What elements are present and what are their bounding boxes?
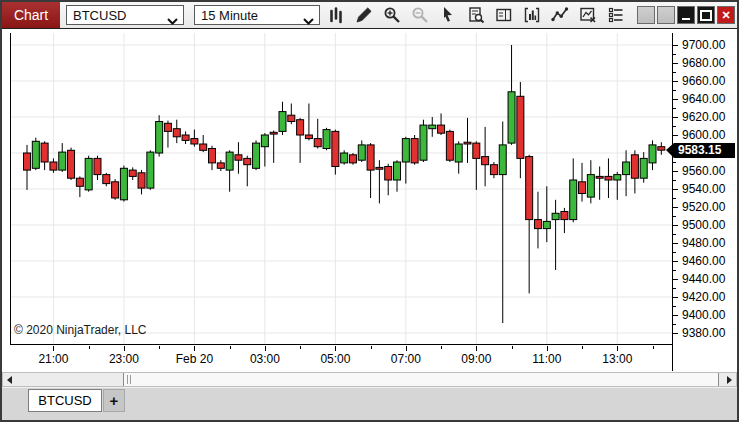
candle <box>138 170 145 194</box>
instrument-value: BTCUSD <box>73 8 126 23</box>
candle <box>517 82 524 178</box>
candle <box>279 102 286 135</box>
last-price-arrow-icon <box>666 143 674 158</box>
time-tick <box>406 346 407 351</box>
candle <box>552 200 559 270</box>
time-minor-tick <box>582 346 583 349</box>
candlestick-plot[interactable] <box>10 33 672 345</box>
chart-style-icon[interactable] <box>324 4 348 26</box>
zoom-in-icon[interactable] <box>380 4 404 26</box>
candle <box>394 160 401 192</box>
candle <box>288 104 295 125</box>
restore-icon <box>700 10 712 21</box>
time-axis[interactable]: 21:0023:00Feb 2003:0005:0007:0009:0011:0… <box>10 346 672 371</box>
close-button[interactable]: ✕ <box>717 6 735 24</box>
price-tick <box>673 171 678 172</box>
minimize-button[interactable] <box>677 6 695 24</box>
copyright-text: © 2020 NinjaTrader, LLC <box>14 323 146 337</box>
candle <box>323 128 330 151</box>
candle <box>129 167 136 180</box>
time-minor-tick <box>653 346 654 349</box>
add-tab-button[interactable]: + <box>103 389 125 412</box>
candle <box>473 141 480 190</box>
price-tick <box>673 225 678 226</box>
chart-trader-icon[interactable] <box>576 4 600 26</box>
panel-icon[interactable] <box>492 4 516 26</box>
tab-bar: BTCUSD + <box>2 388 737 420</box>
price-minor-tick <box>673 288 676 289</box>
time-tick <box>617 346 618 351</box>
scroll-left-arrow-icon[interactable] <box>3 373 16 386</box>
price-minor-tick <box>673 126 676 127</box>
time-axis-label: 11:00 <box>532 352 561 366</box>
data-box-icon[interactable] <box>464 4 488 26</box>
price-tick <box>673 117 678 118</box>
price-minor-tick <box>673 216 676 217</box>
time-axis-label: 03:00 <box>250 352 280 366</box>
candle <box>76 176 83 197</box>
price-minor-tick <box>673 198 676 199</box>
chart-window-title[interactable]: Chart <box>2 2 60 28</box>
candle <box>244 156 251 187</box>
candle <box>305 104 312 141</box>
candle <box>235 142 242 174</box>
scrollbar-thumb[interactable] <box>123 373 719 386</box>
price-axis-label: 9400.00 <box>682 308 725 322</box>
candle <box>358 140 365 162</box>
indicators-icon[interactable] <box>520 4 544 26</box>
candle <box>85 156 92 192</box>
properties-list-icon[interactable] <box>604 4 628 26</box>
price-minor-tick <box>673 108 676 109</box>
candle <box>94 156 101 180</box>
candle <box>59 143 66 172</box>
candle <box>482 127 489 186</box>
price-axis-label: 9380.00 <box>682 326 725 340</box>
restore-button[interactable] <box>697 6 715 24</box>
price-axis-label: 9640.00 <box>682 92 725 106</box>
candle <box>191 130 198 147</box>
candle <box>147 150 154 190</box>
tab-btcusd[interactable]: BTCUSD <box>28 389 102 412</box>
time-axis-label: 21:00 <box>38 352 68 366</box>
price-axis[interactable]: 9700.009680.009660.009640.009620.009600.… <box>673 33 735 371</box>
chevron-down-icon <box>303 13 314 28</box>
price-minor-tick <box>673 270 676 271</box>
time-minor-tick <box>89 346 90 349</box>
reserved-1-button <box>637 6 655 24</box>
horizontal-scrollbar[interactable] <box>2 372 737 387</box>
time-axis-label: 13:00 <box>602 352 632 366</box>
line-chart-icon[interactable] <box>548 4 572 26</box>
price-axis-label: 9500.00 <box>682 218 725 232</box>
time-tick <box>53 346 54 351</box>
candle <box>605 158 612 198</box>
candle <box>640 152 647 183</box>
price-minor-tick <box>673 234 676 235</box>
drawing-tools-icon[interactable] <box>352 4 376 26</box>
candle <box>226 150 233 191</box>
price-axis-label: 9600.00 <box>682 128 725 142</box>
cursor-icon[interactable] <box>436 4 460 26</box>
price-tick <box>673 81 678 82</box>
interval-dropdown[interactable]: 15 Minute <box>194 5 320 25</box>
candle <box>261 133 268 166</box>
price-minor-tick <box>673 54 676 55</box>
price-tick <box>673 189 678 190</box>
price-axis-label: 9460.00 <box>682 254 725 268</box>
candle <box>173 120 180 143</box>
instrument-dropdown[interactable]: BTCUSD <box>66 5 184 25</box>
candle <box>534 192 541 249</box>
candle <box>376 160 383 203</box>
time-tick <box>547 346 548 351</box>
time-tick <box>335 346 336 351</box>
price-tick <box>673 243 678 244</box>
candle <box>649 140 656 170</box>
candle <box>543 186 550 242</box>
close-icon: ✕ <box>721 9 730 22</box>
candle <box>446 130 453 162</box>
reserved-2-button <box>657 6 675 24</box>
scroll-right-arrow-icon[interactable] <box>723 373 736 386</box>
candle <box>526 155 533 294</box>
chevron-down-icon <box>167 13 178 28</box>
price-tick <box>673 333 678 334</box>
candle <box>32 138 39 170</box>
